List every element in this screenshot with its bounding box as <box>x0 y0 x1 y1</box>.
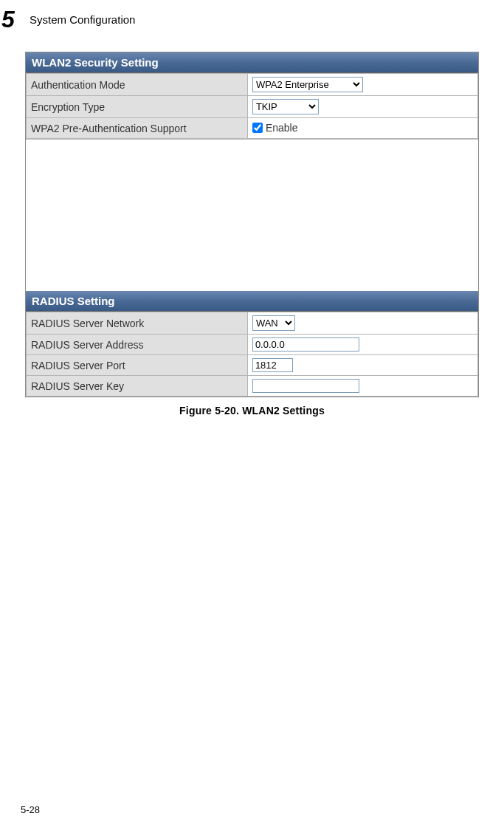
encryption-select[interactable]: TKIP <box>252 99 319 114</box>
chapter-number: 5 <box>0 7 21 31</box>
radius-key-input[interactable] <box>252 379 359 393</box>
preauth-checkbox-label: Enable <box>266 122 298 134</box>
spacer <box>26 139 478 291</box>
config-panel: WLAN2 Security Setting Authentication Mo… <box>25 52 479 397</box>
radius-port-row: RADIUS Server Port <box>27 355 478 376</box>
radius-port-cell <box>247 355 477 376</box>
radius-network-cell: WAN <box>247 312 477 335</box>
encryption-row: Encryption Type TKIP <box>27 96 478 118</box>
preauth-label: WPA2 Pre-Authentication Support <box>27 118 248 139</box>
radius-address-row: RADIUS Server Address <box>27 335 478 355</box>
figure-caption: Figure 5-20. WLAN2 Settings <box>0 405 504 417</box>
radius-port-input[interactable] <box>252 358 293 372</box>
encryption-label: Encryption Type <box>27 96 248 118</box>
radius-address-label: RADIUS Server Address <box>27 335 248 355</box>
page-header: 5 System Configuration <box>0 0 504 38</box>
auth-mode-select[interactable]: WPA2 Enterprise <box>252 77 363 92</box>
wlan2-table: Authentication Mode WPA2 Enterprise Encr… <box>26 73 478 139</box>
radius-address-cell <box>247 335 477 355</box>
preauth-cell: Enable <box>247 118 477 139</box>
radius-key-label: RADIUS Server Key <box>27 376 248 397</box>
page-number: 5-28 <box>21 804 40 815</box>
auth-mode-row: Authentication Mode WPA2 Enterprise <box>27 74 478 96</box>
auth-mode-label: Authentication Mode <box>27 74 248 96</box>
encryption-cell: TKIP <box>247 96 477 118</box>
radius-network-select[interactable]: WAN <box>252 315 295 331</box>
section-title: System Configuration <box>30 13 135 26</box>
radius-port-label: RADIUS Server Port <box>27 355 248 376</box>
radius-key-row: RADIUS Server Key <box>27 376 478 397</box>
preauth-row: WPA2 Pre-Authentication Support Enable <box>27 118 478 139</box>
radius-key-cell <box>247 376 477 397</box>
radius-header: RADIUS Setting <box>26 291 478 312</box>
wlan2-security-header: WLAN2 Security Setting <box>26 52 478 73</box>
radius-network-row: RADIUS Server Network WAN <box>27 312 478 335</box>
radius-network-label: RADIUS Server Network <box>27 312 248 335</box>
radius-address-input[interactable] <box>252 337 359 352</box>
auth-mode-cell: WPA2 Enterprise <box>247 74 477 96</box>
preauth-checkbox[interactable] <box>252 123 263 133</box>
radius-table: RADIUS Server Network WAN RADIUS Server … <box>26 312 478 397</box>
